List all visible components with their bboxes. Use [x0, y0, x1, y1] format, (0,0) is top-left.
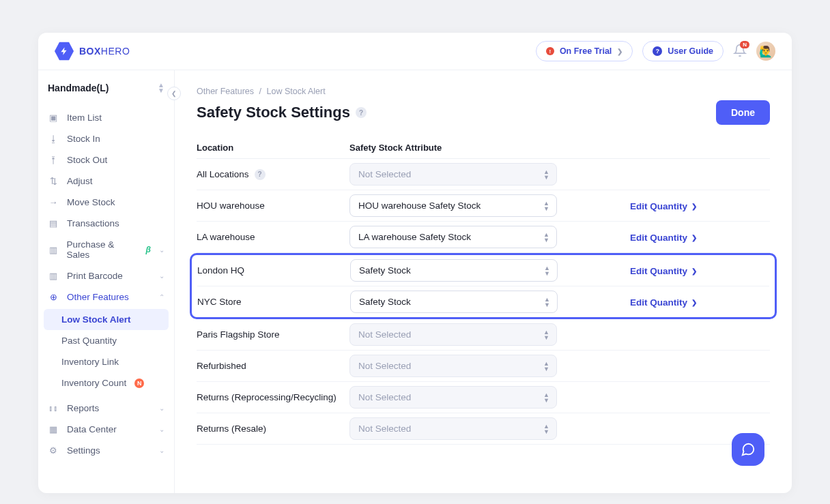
team-name: Handmade(L)	[48, 83, 109, 93]
done-button[interactable]: Done	[716, 100, 770, 125]
logo-icon	[55, 42, 74, 61]
attribute-select[interactable]: Not Selected ▲▼	[349, 163, 557, 186]
sidebar-item-label: Inventory Count	[61, 378, 126, 388]
attribute-select[interactable]: HOU warehouse Safety Stock ▲▼	[349, 194, 557, 217]
sidebar-item-transactions[interactable]: ▤ Transactions	[38, 213, 174, 234]
sidebar-item-purchase-sales[interactable]: ▥ Purchase & Sales β ⌄	[38, 234, 174, 265]
chart-icon: ⫾⫾	[48, 403, 59, 413]
sidebar-item-label: Transactions	[67, 218, 119, 228]
sidebar-item-label: Adjust	[67, 176, 93, 186]
attribute-select[interactable]: Not Selected ▲▼	[349, 323, 557, 346]
attribute-select[interactable]: Safety Stock ▲▼	[350, 259, 558, 282]
location-cell: Paris Flagship Store	[197, 329, 349, 340]
edit-quantity-label: Edit Quantity	[630, 233, 687, 243]
sidebar-item-inventory-count[interactable]: Inventory Count N	[38, 372, 174, 394]
attribute-select[interactable]: Safety Stock ▲▼	[350, 291, 558, 313]
sidebar-item-move-stock[interactable]: → Move Stock	[38, 192, 174, 213]
sidebar-item-reports[interactable]: ⫾⫾ Reports ⌄	[38, 398, 174, 419]
sidebar-item-label: Inventory Link	[61, 357, 119, 367]
main-content: Other Features / Low Stock Alert Safety …	[175, 70, 792, 493]
download-icon: ⭳	[48, 134, 59, 144]
edit-quantity-link[interactable]: Edit Quantity ❯	[630, 201, 697, 211]
adjust-icon: ⇅	[48, 176, 59, 186]
avatar[interactable]: 🙋‍♂️	[756, 42, 775, 61]
trial-button[interactable]: ! On Free Trial ❯	[536, 41, 633, 61]
sidebar-item-stock-out[interactable]: ⭱ Stock Out	[38, 149, 174, 171]
edit-quantity-link[interactable]: Edit Quantity ❯	[630, 233, 697, 243]
sidebar-item-label: Move Stock	[67, 197, 115, 207]
sidebar-item-data-center[interactable]: ▦ Data Center ⌄	[38, 419, 174, 440]
attribute-select[interactable]: LA warehouse Safety Stock ▲▼	[349, 226, 557, 248]
sidebar-item-item-list[interactable]: ▣ Item List	[38, 107, 174, 128]
chevron-down-icon: ⌄	[159, 426, 164, 433]
sort-icon: ▲▼	[544, 297, 550, 308]
notifications-badge: N	[740, 41, 749, 48]
sidebar-item-print-barcode[interactable]: ▥ Print Barcode ⌄	[38, 265, 174, 286]
sidebar-item-stock-in[interactable]: ⭳ Stock In	[38, 128, 174, 149]
edit-quantity-label: Edit Quantity	[630, 266, 687, 276]
sort-icon: ▲▼	[543, 392, 549, 403]
edit-quantity-link[interactable]: Edit Quantity ❯	[630, 266, 697, 276]
trial-label: On Free Trial	[560, 46, 612, 56]
location-cell: LA warehouse	[197, 232, 349, 242]
sidebar-item-settings[interactable]: ⚙ Settings ⌄	[38, 440, 174, 461]
sidebar: ❮ Handmade(L) ▲▼ ▣ Item List ⭳ Stock In …	[38, 70, 175, 493]
help-icon[interactable]: ?	[255, 169, 266, 180]
edit-quantity-label: Edit Quantity	[630, 201, 687, 211]
new-badge: N	[134, 379, 144, 388]
help-icon[interactable]: ?	[356, 107, 367, 118]
plus-circle-icon: ⊕	[48, 292, 59, 302]
chevron-down-icon: ⌄	[159, 404, 164, 412]
location-cell: Returns (Reprocessing/Recycling)	[197, 392, 349, 402]
select-value: Not Selected	[358, 169, 411, 179]
chat-fab[interactable]	[732, 433, 764, 466]
column-attribute: Safety Stock Attribute	[349, 143, 568, 153]
app-window: BOXHERO ! On Free Trial ❯ ? User Guide N…	[38, 33, 792, 493]
sidebar-submenu: Low Stock Alert Past Quantity Inventory …	[38, 308, 174, 398]
select-value: Safety Stock	[359, 297, 411, 307]
sidebar-item-label: Settings	[67, 445, 100, 456]
breadcrumb: Other Features / Low Stock Alert	[197, 87, 770, 96]
select-value: Not Selected	[358, 361, 411, 371]
page-title: Safety Stock Settings ?	[197, 104, 367, 121]
user-guide-label: User Guide	[668, 46, 713, 56]
breadcrumb-item[interactable]: Low Stock Alert	[267, 87, 326, 96]
table-row: London HQ Safety Stock ▲▼ Edit Quantity …	[197, 255, 769, 286]
sort-icon: ▲▼	[543, 361, 549, 372]
sidebar-item-label: Purchase & Sales	[67, 239, 138, 260]
edit-quantity-link[interactable]: Edit Quantity ❯	[630, 297, 697, 308]
sidebar-item-adjust[interactable]: ⇅ Adjust	[38, 171, 174, 192]
list-icon: ▥	[48, 245, 59, 255]
sidebar-item-label: Past Quantity	[61, 336, 117, 346]
sidebar-item-past-quantity[interactable]: Past Quantity	[38, 330, 174, 351]
user-guide-button[interactable]: ? User Guide	[642, 41, 724, 61]
notifications-button[interactable]: N	[733, 44, 747, 59]
logo-text: BOXHERO	[79, 46, 130, 57]
topbar: BOXHERO ! On Free Trial ❯ ? User Guide N…	[38, 33, 792, 70]
sidebar-item-low-stock-alert[interactable]: Low Stock Alert	[44, 309, 169, 330]
table-row: HOU warehouse HOU warehouse Safety Stock…	[197, 190, 770, 222]
column-location: Location	[197, 143, 349, 153]
select-value: Safety Stock	[359, 265, 411, 276]
sort-icon: ▲▼	[543, 329, 549, 340]
team-switcher[interactable]: Handmade(L) ▲▼	[38, 70, 174, 104]
logo[interactable]: BOXHERO	[55, 42, 130, 61]
attribute-select[interactable]: Not Selected ▲▼	[349, 417, 557, 440]
alert-icon: !	[546, 47, 554, 55]
breadcrumb-item[interactable]: Other Features	[197, 87, 254, 96]
select-value: HOU warehouse Safety Stock	[358, 201, 481, 211]
location-cell: HOU warehouse	[197, 201, 349, 211]
table-row: NYC Store Safety Stock ▲▼ Edit Quantity …	[197, 286, 769, 317]
table-row: Returns (Resale) Not Selected ▲▼	[197, 413, 770, 445]
sidebar-collapse-button[interactable]: ❮	[167, 87, 181, 100]
sidebar-item-label: Data Center	[67, 424, 117, 434]
sidebar-item-other-features[interactable]: ⊕ Other Features ⌃	[38, 286, 174, 308]
chevron-up-icon: ⌃	[159, 293, 164, 301]
sidebar-item-label: Reports	[67, 403, 99, 413]
sidebar-item-inventory-link[interactable]: Inventory Link	[38, 351, 174, 372]
sort-icon: ▲▼	[543, 169, 549, 180]
attribute-select[interactable]: Not Selected ▲▼	[349, 355, 557, 377]
attribute-select[interactable]: Not Selected ▲▼	[349, 386, 557, 409]
breadcrumb-sep: /	[259, 87, 261, 96]
table-row: Paris Flagship Store Not Selected ▲▼	[197, 319, 770, 351]
